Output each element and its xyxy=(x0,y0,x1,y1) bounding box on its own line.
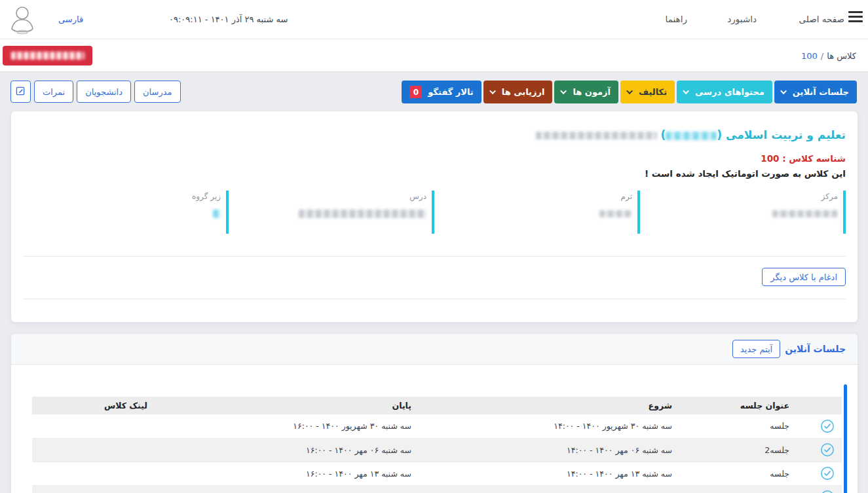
check-circle-icon xyxy=(820,420,835,430)
class-actions-toolbar: جلسات آنلاین محتواهای درسی تکالیف آزمون … xyxy=(402,81,857,103)
instructors-button[interactable]: مدرسان xyxy=(134,81,180,103)
field-subgroup-label: زیر گروه xyxy=(23,192,221,201)
field-term: ترم xyxy=(434,191,640,234)
session-link xyxy=(32,438,164,462)
title-column-header: عنوان جلسه xyxy=(708,397,813,414)
evaluations-dropdown-label: ارزیابی ها xyxy=(502,87,545,97)
forum-button[interactable]: تالار گفتگو 0 xyxy=(402,81,481,103)
edit-icon xyxy=(16,86,26,98)
session-start xyxy=(433,485,708,493)
merge-row: ادغام با کلاس دیگر xyxy=(23,268,846,286)
field-course-value xyxy=(229,207,426,219)
field-subgroup: زیر گروه xyxy=(23,191,229,234)
session-title: جلسه2 xyxy=(708,438,813,462)
assignments-dropdown[interactable]: تکالیف xyxy=(620,81,675,103)
chevron-down-icon xyxy=(626,88,633,94)
field-center: مرکز xyxy=(640,191,846,234)
page: { "topbar": { "nav": [ { "label": "صفحه … xyxy=(0,0,868,493)
course-title-text: تعلیم و تربیت اسلامی ( xyxy=(717,128,846,141)
session-start: سه شنبه ۰۶ مهر ۱۴۰۰ - ۱۴:۰۰ xyxy=(433,438,708,462)
breadcrumb-current[interactable]: 100 xyxy=(801,51,818,61)
table-row[interactable]: جلسه سه شنبه ۳۰ شهریور ۱۴۰۰ - ۱۴:۰۰ سه ش… xyxy=(32,414,842,438)
breadcrumb-section: کلاس ها xyxy=(827,51,856,61)
nav-dashboard-link[interactable]: داشبورد xyxy=(727,14,757,24)
session-link xyxy=(32,485,164,493)
user-avatar-icon[interactable] xyxy=(8,4,37,35)
students-button[interactable]: دانشجویان xyxy=(77,81,131,103)
sessions-table-header-row: عنوان جلسه شروع پایان لینک کلاس xyxy=(32,397,842,414)
online-sessions-dropdown[interactable]: جلسات آنلاین xyxy=(774,81,857,103)
sessions-section-title: جلسات آنلاین xyxy=(785,344,846,354)
forum-count-badge: 0 xyxy=(409,86,422,98)
merge-class-button[interactable]: ادغام با کلاس دیگر xyxy=(762,268,846,286)
link-column-header: لینک کلاس xyxy=(32,397,164,414)
field-subgroup-value xyxy=(23,207,221,219)
table-row[interactable] xyxy=(32,485,842,493)
chevron-down-icon xyxy=(561,88,567,94)
session-status-cell xyxy=(813,462,842,485)
session-end: سه شنبه ۳۰ شهریور ۱۴۰۰ - ۱۶:۰۰ xyxy=(164,414,433,438)
field-term-label: ترم xyxy=(434,192,632,201)
exams-dropdown[interactable]: آزمون ها xyxy=(554,81,618,103)
chevron-down-icon xyxy=(683,88,689,94)
session-status-cell xyxy=(813,438,842,462)
class-info-card: تعلیم و تربیت اسلامی () شناسه کلاس : 100… xyxy=(11,111,858,322)
course-title-paren: ) xyxy=(661,128,666,141)
session-status-cell xyxy=(813,485,842,493)
session-title: جلسه xyxy=(708,462,813,485)
course-title: تعلیم و تربیت اسلامی () xyxy=(23,127,846,143)
session-title xyxy=(708,485,813,493)
start-column-header: شروع xyxy=(433,397,708,414)
check-circle-icon xyxy=(820,445,835,454)
table-row[interactable]: جلسه2 سه شنبه ۰۶ مهر ۱۴۰۰ - ۱۴:۰۰ سه شنب… xyxy=(32,438,842,462)
subbar: کلاس ها/100 xyxy=(0,39,868,72)
session-link xyxy=(32,462,164,485)
grades-button[interactable]: نمرات xyxy=(34,81,73,103)
sessions-table: عنوان جلسه شروع پایان لینک کلاس جلسه سه … xyxy=(32,397,842,493)
forum-button-label: تالار گفتگو xyxy=(428,87,473,97)
field-center-label: مرکز xyxy=(640,192,838,201)
menu-hamburger-icon[interactable] xyxy=(848,11,863,22)
session-end: سه شنبه ۰۶ مهر ۱۴۰۰ - ۱۶:۰۰ xyxy=(164,438,433,462)
redacted-text xyxy=(11,52,85,60)
session-status-cell xyxy=(813,414,842,438)
session-start: سه شنبه ۳۰ شهریور ۱۴۰۰ - ۱۴:۰۰ xyxy=(433,414,708,438)
field-center-value xyxy=(640,207,838,219)
redacted-course-code xyxy=(666,132,717,140)
session-title: جلسه xyxy=(708,414,813,438)
field-term-value xyxy=(434,207,632,219)
chevron-down-icon xyxy=(780,88,787,94)
redacted-course-subtitle xyxy=(536,132,657,139)
table-row[interactable]: جلسه سه شنبه ۱۳ مهر ۱۴۰۰ - ۱۴:۰۰ سه شنبه… xyxy=(32,462,842,485)
divider xyxy=(23,299,846,299)
divider xyxy=(23,256,846,257)
chevron-down-icon xyxy=(489,88,496,94)
people-toolbar: مدرسان دانشجویان نمرات xyxy=(10,81,181,103)
exams-dropdown-label: آزمون ها xyxy=(573,87,611,97)
course-contents-dropdown-label: محتواهای درسی xyxy=(695,87,764,97)
session-end xyxy=(164,485,433,493)
nav-home-link[interactable]: صفحه اصلی xyxy=(799,14,844,24)
nav-help-link[interactable]: راهنما xyxy=(666,14,687,24)
auto-created-note: این کلاس به صورت اتوماتیک ایجاد شده است … xyxy=(23,168,846,179)
field-course-label: درس xyxy=(229,192,426,201)
session-start: سه شنبه ۱۳ مهر ۱۴۰۰ - ۱۴:۰۰ xyxy=(433,462,708,485)
datetime-text: سه شنبه ۲۹ آذر ۱۴۰۱ - ۰۹:۰۹:۱۱ xyxy=(169,14,288,24)
assignments-dropdown-label: تکالیف xyxy=(639,87,667,97)
course-contents-dropdown[interactable]: محتواهای درسی xyxy=(677,81,772,103)
redacted-user-badge[interactable] xyxy=(3,46,92,65)
session-end: سه شنبه ۱۳ مهر ۱۴۰۰ - ۱۶:۰۰ xyxy=(164,462,433,485)
new-item-button[interactable]: آیتم جدید xyxy=(732,340,780,358)
status-column-header xyxy=(813,397,842,414)
evaluations-dropdown[interactable]: ارزیابی ها xyxy=(483,81,553,103)
end-column-header: پایان xyxy=(164,397,433,414)
sessions-card-header: جلسات آنلاین آیتم جدید xyxy=(11,334,858,365)
class-fields: مرکز ترم درس زیر گروه xyxy=(23,191,846,234)
breadcrumb-separator: / xyxy=(821,51,823,61)
language-link[interactable]: فارسی xyxy=(58,14,83,24)
class-id-text: شناسه کلاس : 100 xyxy=(23,153,846,164)
edit-class-button[interactable] xyxy=(10,81,31,103)
online-sessions-card: جلسات آنلاین آیتم جدید عنوان جلسه شروع پ… xyxy=(11,334,858,493)
session-link xyxy=(32,414,164,438)
online-sessions-dropdown-label: جلسات آنلاین xyxy=(793,87,849,97)
